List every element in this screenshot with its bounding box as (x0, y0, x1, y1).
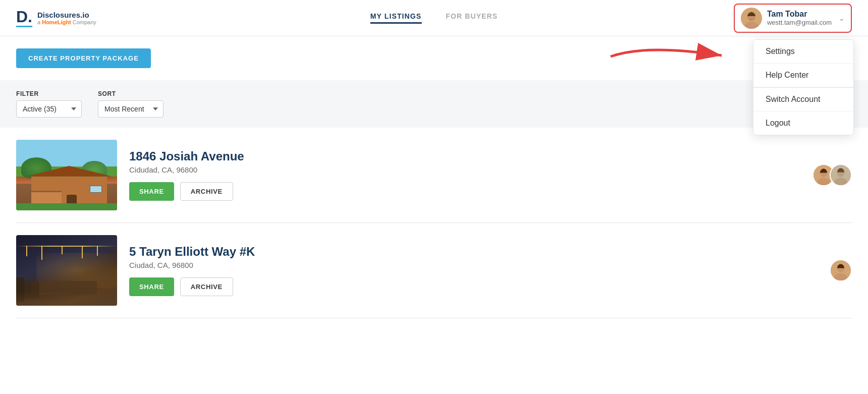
listing-actions: SHARE ARCHIVE (129, 182, 800, 201)
listing-image (16, 140, 117, 210)
user-email: westt.tam@gmail.com (767, 19, 832, 26)
share-button[interactable]: SHARE (129, 277, 174, 296)
listing-address: 1846 Josiah Avenue (129, 149, 800, 163)
logo-letter: D. (16, 9, 32, 27)
listing-item: 5 Taryn Elliott Way #K Ciudad, CA, 96800… (16, 223, 852, 318)
listing-actions: SHARE ARCHIVE (129, 277, 818, 296)
tab-for-buyers[interactable]: FOR BUYERS (446, 12, 498, 24)
tab-my-listings[interactable]: MY LISTINGS (370, 12, 422, 24)
listing-address: 5 Taryn Elliott Way #K (129, 245, 818, 259)
filter-label: FILTER (16, 90, 82, 97)
chevron-down-icon: ⌄ (839, 14, 845, 22)
listing-item: 1846 Josiah Avenue Cidudad, CA, 96800 SH… (16, 128, 852, 223)
archive-button[interactable]: ARCHIVE (180, 182, 233, 201)
user-dropdown-menu: Settings Help Center Switch Account Logo… (753, 39, 854, 135)
listing-details: 1846 Josiah Avenue Cidudad, CA, 96800 SH… (129, 149, 800, 201)
logo-sub: a HomeLight Company (37, 19, 96, 25)
listing-avatars (830, 259, 852, 282)
header: D. Disclosures.io a HomeLight Company MY… (0, 0, 868, 36)
logo: D. Disclosures.io a HomeLight Company (16, 9, 96, 27)
avatar (830, 259, 852, 282)
listing-image (16, 235, 117, 306)
sort-label: SORT (98, 90, 164, 97)
user-info: Tam Tobar westt.tam@gmail.com (767, 10, 832, 26)
main-content: CREATE PROPERTY PACKAGE FILTER Active (3… (0, 36, 868, 318)
create-property-package-button[interactable]: CREATE PROPERTY PACKAGE (16, 48, 151, 68)
filter-group: FILTER Active (35) All Archived (16, 90, 82, 118)
main-nav: MY LISTINGS FOR BUYERS (370, 12, 498, 24)
archive-button[interactable]: ARCHIVE (180, 277, 233, 296)
menu-item-help-center[interactable]: Help Center (753, 64, 853, 87)
menu-item-settings[interactable]: Settings (753, 40, 853, 64)
annotation-arrow (606, 41, 737, 71)
toolbar: CREATE PROPERTY PACKAGE (0, 36, 868, 80)
user-name: Tam Tobar (767, 10, 832, 19)
sort-group: SORT Most Recent Oldest Alphabetical (98, 90, 164, 118)
listings-container: 1846 Josiah Avenue Cidudad, CA, 96800 SH… (0, 128, 868, 318)
menu-item-switch-account[interactable]: Switch Account (753, 87, 853, 111)
user-menu-trigger[interactable]: Tam Tobar westt.tam@gmail.com ⌄ (734, 4, 852, 33)
avatar (741, 8, 762, 29)
menu-item-logout[interactable]: Logout (753, 111, 853, 135)
filter-select[interactable]: Active (35) All Archived (16, 100, 82, 118)
listing-details: 5 Taryn Elliott Way #K Ciudad, CA, 96800… (129, 245, 818, 296)
logo-text: Disclosures.io a HomeLight Company (37, 11, 96, 25)
share-button[interactable]: SHARE (129, 182, 174, 201)
logo-brand: Disclosures.io (37, 11, 96, 19)
filter-bar: FILTER Active (35) All Archived SORT Mos… (0, 80, 868, 128)
listing-city: Ciudad, CA, 96800 (129, 261, 818, 269)
sort-select[interactable]: Most Recent Oldest Alphabetical (98, 100, 164, 118)
avatar (830, 164, 852, 186)
listing-city: Cidudad, CA, 96800 (129, 165, 800, 174)
listing-avatars (812, 164, 852, 186)
